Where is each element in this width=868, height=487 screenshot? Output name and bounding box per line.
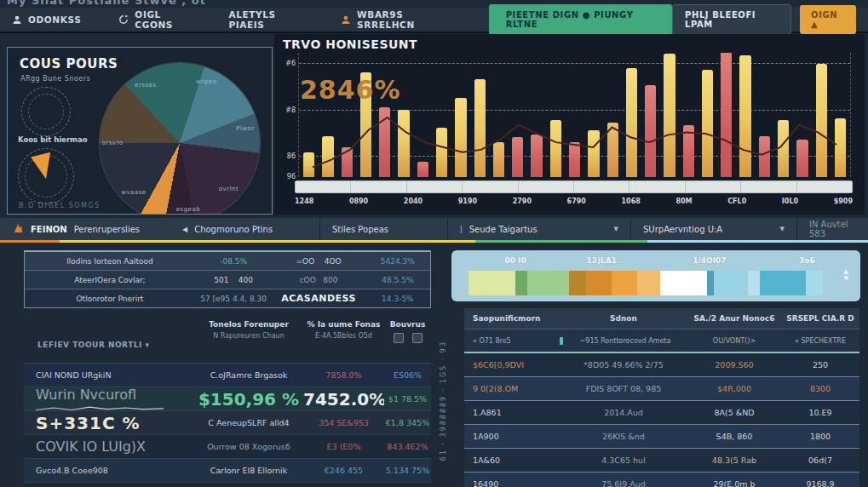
vertical-axis-label: 61 · 3988889 · 1GS · 93 <box>440 341 447 461</box>
table-row[interactable]: $6C6[0,9DVI*8D05 49.66% 2/752009.S60250 <box>464 353 859 377</box>
scrollbar-segment[interactable] <box>574 181 629 192</box>
x-tick: 6790 <box>567 198 586 205</box>
legend-swatch[interactable] <box>468 271 515 295</box>
legend-swatch[interactable] <box>760 271 807 295</box>
column-header[interactable]: Saopunificmorn <box>464 314 560 323</box>
scrollbar-segment[interactable] <box>296 181 351 192</box>
segment-prefix-icon: | <box>460 226 463 233</box>
legend-swatch[interactable] <box>637 271 661 295</box>
summary-table: Ilodins Iorteon Aaltood-08.5%=OO 4OO5424… <box>24 250 431 308</box>
legend-swatch[interactable] <box>612 271 637 295</box>
col2-header-line2: N Rapureuren Chaun <box>194 332 303 340</box>
toolbar-segment[interactable]: |Seude Taigartus▼ <box>447 218 630 240</box>
column-header[interactable]: SA./2 Anur Nonoc6 <box>687 314 781 323</box>
legend-tick-label: 1/4OI07 <box>693 256 726 265</box>
holdings-rows: CIAI NOND URgkiNC.oJRamre Brgasok7858.0%… <box>24 363 431 487</box>
legend-swatch[interactable] <box>569 271 586 295</box>
holding-value: 7858.0% <box>303 370 384 380</box>
legend-stepper[interactable]: ▲ ▼ <box>844 269 848 282</box>
arrow-up-icon[interactable]: ▲ <box>844 269 848 275</box>
pie-chart[interactable]: wrpeoPiworovrlntesgeabwvaaseorsvroersses <box>100 63 260 215</box>
table-cell: $6C6[0,9DVI <box>464 360 560 370</box>
filter-icon[interactable] <box>412 333 423 343</box>
panel-footer: B.O DIGEL SOMGS <box>19 202 101 209</box>
table-row[interactable]: Ilodins Iorteon Aaltood-08.5%=OO 4OO5424… <box>25 252 430 270</box>
table-cell: cOO 800 <box>272 276 365 284</box>
holding-value: $1 78.5% <box>384 394 431 404</box>
scrollbar-segment[interactable] <box>629 181 685 192</box>
right-table-rows: $6C6[0,9DVI*8D05 49.66% 2/752009.S602509… <box>464 353 859 487</box>
chart-scrollbar[interactable] <box>295 180 853 193</box>
table-row[interactable]: COVIK IO LUIg)XOurrow 08 Xogorus6E3 (E0%… <box>24 434 431 458</box>
scrollbar-segment[interactable] <box>463 181 518 192</box>
column-header[interactable]: Sdnon <box>560 314 687 323</box>
table-cell: *8D05 49.66% 2/75 <box>560 360 687 370</box>
legend-swatch[interactable] <box>707 271 714 295</box>
nav-item[interactable]: WBAR9S SRRELHCN <box>341 9 448 30</box>
toolbar: FEINON Perenruperslies ◀Chogmoruno Ptins… <box>0 218 868 240</box>
legend-tick-label: 3o6 <box>799 256 815 265</box>
chevron-down-icon: ▼ <box>614 226 618 232</box>
table-cell: 48.3(5 Rab <box>687 455 781 465</box>
table-cell: 5424.3% <box>365 257 430 266</box>
toolbar-brand[interactable]: FEINON Perenruperslies <box>0 218 170 240</box>
legend-swatch[interactable] <box>748 271 760 295</box>
nav-item[interactable]: ODONKSS <box>12 14 81 25</box>
toolbar-segment[interactable]: ◀Chogmoruno Ptins <box>170 218 319 240</box>
legend-swatch[interactable] <box>714 271 748 295</box>
bookmark-icon[interactable] <box>394 333 404 343</box>
column-header[interactable]: SRSEPL CIA.R D <box>781 314 859 323</box>
holding-value: $150,96 % <box>194 389 303 410</box>
accent-action-button[interactable]: OIGN ▲ <box>800 5 856 34</box>
holding-value: ES06% <box>384 370 431 380</box>
scrollbar-segment[interactable] <box>351 181 406 192</box>
table-row[interactable]: 1A&604.3C65 hul48.3(5 Rab06d(7 <box>464 449 859 473</box>
table-row[interactable]: Wurin Nvcurofl$150,96 %7452.0%$1 78.5% <box>24 387 431 410</box>
legend-swatch[interactable] <box>515 271 527 295</box>
user-alert-icon <box>341 14 351 25</box>
primary-action-button[interactable]: PIEETNE DIGN ● PIUNGY RLTNE <box>489 4 672 35</box>
table-row[interactable]: 9 0[2(8.OMFDIS 8OFT 08, 985$4R,0008300 <box>464 377 859 401</box>
table-cell: Otlonrotor Pnerirt <box>25 295 195 303</box>
table-row[interactable]: 1.A8612014.Aud8A(5 &ND10.E9 <box>464 401 859 425</box>
column-subheader: ~915 Ronttorocovd Ameta <box>560 337 687 345</box>
panel-subtitle: ARgg Bune Snoers <box>20 75 90 83</box>
scrollbar-segment[interactable] <box>407 181 463 192</box>
x-tick: 2040 <box>404 198 423 205</box>
nav-item[interactable]: OIGL CGONS <box>118 9 191 30</box>
scrollbar-segment[interactable] <box>797 181 852 192</box>
arrow-down-icon[interactable]: ▼ <box>844 276 848 282</box>
legend-swatch[interactable] <box>586 271 612 295</box>
col3-header-line1[interactable]: % Ia uume Fonas <box>303 320 384 329</box>
table-row[interactable]: Otlonrotor Pnerirt57 [e95 4.4, 8.30ACASA… <box>25 289 430 307</box>
pie-slice-label: ersses <box>135 82 156 89</box>
table-row[interactable]: Gvco4.B Coee908Carlonr El8 Ellornik€246 … <box>24 458 431 482</box>
toolbar-segment[interactable]: SUrpAervntiog U:A▼ <box>630 218 796 240</box>
col2-header-line1[interactable]: Tonelos Forenuper <box>194 320 303 329</box>
legend-swatch[interactable] <box>660 271 707 295</box>
secondary-action-button[interactable]: PHLJ BLEEOFI LPAM <box>672 4 791 35</box>
table-row[interactable]: AteerlOera Covlar;501 400cOO 80048.5.5% <box>25 270 430 289</box>
col4-header[interactable]: Bouvrus <box>384 320 431 329</box>
segment-label: Seude Taigartus <box>469 225 537 234</box>
holdings-group-dropdown[interactable]: LEFIEV TOOUR NORTLI ▾ <box>37 341 150 349</box>
table-row[interactable]: B baandt Ebesor Ehvrts2 AVBK Eloort Bono… <box>24 482 431 487</box>
table-row[interactable]: CIAI NOND URgkiNC.oJRamre Brgasok7858.0%… <box>24 363 431 387</box>
table-cell: AteerlOera Covlar; <box>25 276 195 284</box>
legend-swatch[interactable] <box>806 271 823 295</box>
table-row[interactable]: S+331C %C AeneupSLRF alld4354 SE&9S3€1,8… <box>24 410 431 434</box>
nav-item[interactable]: ALETYLS PIAEIS <box>228 9 303 30</box>
table-row[interactable]: 1649075.6I9.Aud29(E,0m b9168.9 <box>464 473 859 487</box>
scrollbar-segment[interactable] <box>686 181 741 192</box>
window-title: My Sllat Postlane Stwve , ot <box>7 0 206 7</box>
panel-title: COUS POURS <box>20 56 118 72</box>
legend-swatch[interactable] <box>527 271 570 295</box>
scrollbar-segment[interactable] <box>519 181 574 192</box>
y-tick: 96 <box>277 172 296 180</box>
table-row[interactable]: 1A90026KIS &ndS4B, 8601800 <box>464 425 859 449</box>
toolbar-segment[interactable]: IN Auvtel 583 <box>796 218 868 240</box>
holding-value: 5.134 75% <box>384 466 431 475</box>
toolbar-segment[interactable]: Stiles Popeas <box>319 218 447 240</box>
legend-swatches <box>468 271 823 295</box>
scrollbar-segment[interactable] <box>741 181 796 192</box>
